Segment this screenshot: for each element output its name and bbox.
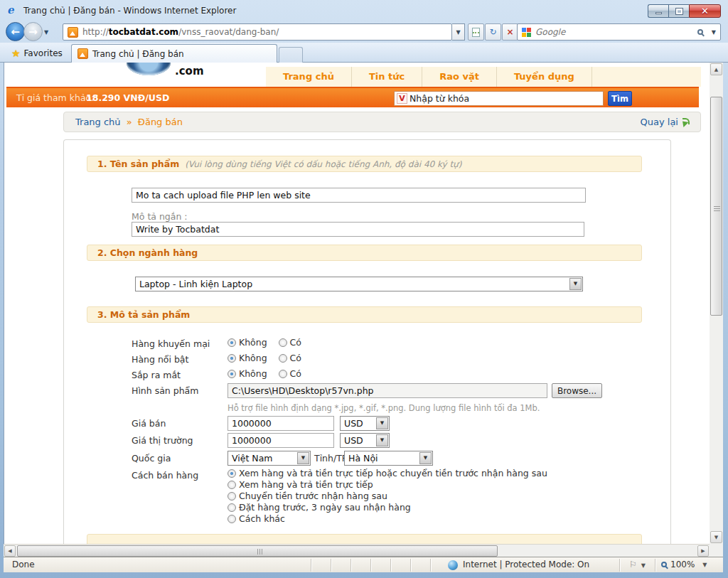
- search-magnifier-icon[interactable]: [697, 29, 703, 35]
- title-bar: e Trang chủ | Đăng bán - Windows Interne…: [0, 0, 728, 21]
- country-dropdown-icon[interactable]: ▼: [297, 452, 309, 464]
- image-file-input[interactable]: [228, 383, 547, 398]
- featured-yes-radio[interactable]: [279, 354, 287, 363]
- price-currency-select[interactable]: USD ▼: [340, 416, 390, 431]
- sale-method-1-radio[interactable]: [228, 469, 236, 478]
- stop-button[interactable]: ×: [502, 23, 518, 41]
- horizontal-scrollbar[interactable]: ◀ ▶: [4, 544, 710, 557]
- maximize-button[interactable]: [668, 4, 689, 18]
- favorites-button[interactable]: ★ Favorites: [6, 46, 68, 61]
- exchange-rate-value: 18.290 VNĐ/USD: [86, 92, 169, 103]
- sale-method-3-radio[interactable]: [228, 492, 236, 501]
- google-search-placeholder: Google: [535, 27, 693, 37]
- back-button[interactable]: ←: [6, 22, 25, 41]
- sale-method-4-radio[interactable]: [228, 503, 236, 512]
- status-separator: [655, 559, 655, 572]
- scroll-down-button[interactable]: ▼: [710, 531, 722, 543]
- market-currency-select[interactable]: USD ▼: [340, 433, 390, 448]
- breadcrumb-current: Đăng bán: [138, 117, 183, 127]
- province-dropdown-icon[interactable]: ▼: [419, 452, 432, 464]
- vertical-scrollbar[interactable]: ▲ ▼: [710, 63, 723, 544]
- compatibility-view-button[interactable]: [468, 23, 484, 41]
- go-back-label: Quay lại: [641, 117, 678, 127]
- search-options-dropdown-icon[interactable]: ▼: [712, 29, 716, 36]
- sale-method-option-5: Cách khác: [228, 513, 285, 524]
- tab-title: Trang chủ | Đăng bán: [92, 49, 184, 59]
- tab-active[interactable]: Trang chủ | Đăng bán: [71, 44, 277, 63]
- keyword-search-box[interactable]: V: [394, 91, 604, 106]
- category-value: Laptop - Linh kiện Laptop: [139, 279, 252, 289]
- market-currency-dropdown-icon[interactable]: ▼: [376, 434, 388, 446]
- forward-button[interactable]: →: [23, 22, 43, 41]
- country-label: Quốc gia: [132, 453, 171, 464]
- refresh-button[interactable]: ↻: [485, 23, 501, 41]
- product-name-input[interactable]: [132, 188, 586, 203]
- status-separator: [430, 559, 431, 572]
- nav-item-home[interactable]: Trang chủ: [266, 67, 352, 87]
- scroll-left-button[interactable]: ◀: [4, 545, 16, 557]
- recent-pages-dropdown-icon[interactable]: ▼: [44, 29, 48, 36]
- go-back-link[interactable]: Quay lại: [641, 117, 690, 127]
- search-submit-button[interactable]: Tìm: [608, 91, 632, 106]
- scroll-up-button[interactable]: ▲: [710, 63, 722, 75]
- province-select[interactable]: Hà Nội ▼: [344, 451, 433, 466]
- promo-no-radio[interactable]: [228, 338, 236, 347]
- section-2-title: 2. Chọn ngành hàng: [97, 247, 198, 258]
- close-button[interactable]: ✕: [689, 4, 721, 18]
- privacy-settings-button[interactable]: ⚐▼: [629, 560, 646, 569]
- nav-item-jobs[interactable]: Tuyển dụng: [497, 67, 592, 87]
- green-back-arrow-icon: [682, 118, 690, 126]
- exchange-rate-label: Tỉ giá tham khảo:: [16, 92, 94, 103]
- keyword-input[interactable]: [410, 92, 603, 105]
- zoom-magnifier-icon: [661, 562, 667, 567]
- category-select[interactable]: Laptop - Linh kiện Laptop ▼: [135, 277, 583, 291]
- site-logo-suffix[interactable]: .com: [175, 65, 204, 77]
- status-separator: [350, 559, 351, 572]
- country-select[interactable]: Việt Nam ▼: [228, 451, 311, 466]
- address-dropdown-button[interactable]: ▼: [452, 23, 465, 41]
- section-1-header: 1. Tên sản phẩm (Vui lòng dùng tiếng Việ…: [87, 156, 642, 172]
- vertical-scrollbar-thumb[interactable]: [710, 97, 722, 316]
- short-desc-input[interactable]: [132, 222, 584, 237]
- sale-method-5-radio[interactable]: [228, 515, 236, 523]
- minimize-button[interactable]: [648, 4, 668, 18]
- status-separator: [331, 559, 331, 572]
- tab-favicon-icon: [77, 48, 88, 59]
- market-currency-value: USD: [344, 435, 363, 446]
- breadcrumb-separator: »: [127, 117, 132, 127]
- nav-item-classifieds[interactable]: Rao vặt: [422, 67, 497, 87]
- zoom-level: 100%: [670, 560, 695, 569]
- ie-logo-icon: e: [7, 5, 19, 17]
- status-separator: [619, 559, 620, 572]
- promo-yes-radio[interactable]: [279, 338, 287, 347]
- new-tab-button[interactable]: [279, 47, 303, 63]
- broken-page-icon: [472, 28, 480, 37]
- promo-options: Không Có: [228, 337, 310, 348]
- zoom-dropdown-icon[interactable]: ▼: [702, 562, 707, 568]
- address-bar[interactable]: http://tocbatdat.com/vnss_raovat/dang-ba…: [63, 23, 452, 41]
- price-input[interactable]: [228, 416, 334, 431]
- breadcrumb: Trang chủ » Đăng bán: [75, 117, 183, 127]
- category-dropdown-icon[interactable]: ▼: [569, 278, 582, 290]
- price-currency-dropdown-icon[interactable]: ▼: [376, 417, 388, 429]
- market-price-label: Giá thị trường: [132, 435, 193, 446]
- featured-no-radio[interactable]: [228, 354, 236, 363]
- upcoming-yes-radio[interactable]: [279, 370, 287, 378]
- sale-method-2-radio[interactable]: [228, 481, 236, 489]
- horizontal-scrollbar-thumb[interactable]: [17, 545, 498, 557]
- scroll-right-button[interactable]: ▶: [697, 545, 709, 557]
- status-separator: [390, 559, 391, 572]
- market-price-input[interactable]: [228, 433, 334, 448]
- exchange-rate-bar: Tỉ giá tham khảo: 18.290 VNĐ/USD V Tìm: [6, 87, 699, 107]
- nav-item-news[interactable]: Tin tức: [352, 67, 422, 87]
- breadcrumb-home-link[interactable]: Trang chủ: [75, 117, 121, 127]
- tab-row: ★ Favorites Trang chủ | Đăng bán: [0, 43, 728, 63]
- zone-text: Internet | Protected Mode: On: [463, 560, 589, 569]
- upcoming-no-radio[interactable]: [228, 370, 236, 378]
- upcoming-label: Sắp ra mắt: [132, 370, 181, 380]
- section-4-header-partial: [87, 534, 642, 544]
- zoom-control[interactable]: 100% ▼: [661, 560, 707, 569]
- google-search-box[interactable]: Google ▼: [517, 23, 721, 41]
- site-logo[interactable]: [127, 63, 171, 75]
- browse-button[interactable]: Browse...: [552, 383, 602, 398]
